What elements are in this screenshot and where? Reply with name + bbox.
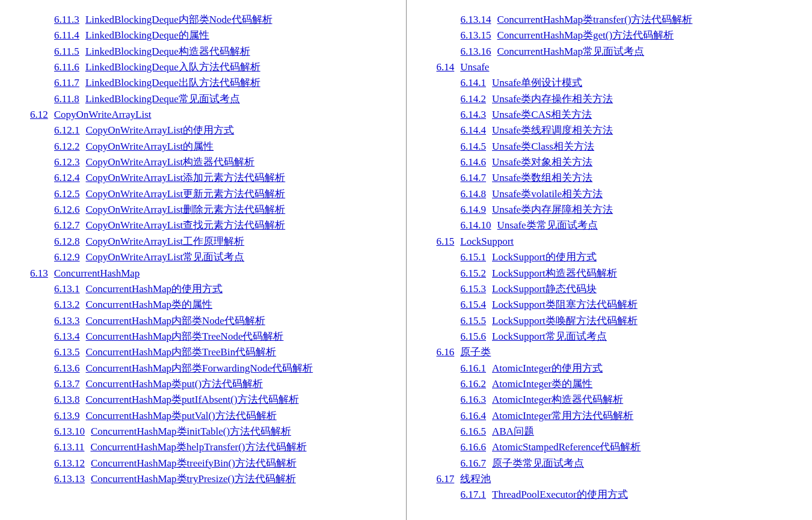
toc-link[interactable]: 6.16.6 AtomicStampedReference代码解析 (461, 441, 641, 453)
toc-link[interactable]: 6.16 原子类 (437, 346, 491, 358)
toc-gap (486, 487, 492, 503)
toc-entry: 6.14.2 Unsafe类内存操作相关方法 (437, 91, 783, 107)
toc-link[interactable]: 6.13.12 ConcurrentHashMap类treeifyBin()方法… (54, 457, 297, 469)
toc-link[interactable]: 6.15.2 LockSupport构造器代码解析 (461, 268, 617, 279)
toc-link[interactable]: 6.13.8 ConcurrentHashMap类putIfAbsent()方法… (54, 394, 299, 405)
toc-link[interactable]: 6.12.4 CopyOnWriteArrayList添加元素方法代码解析 (54, 172, 285, 183)
toc-link[interactable]: 6.12.6 CopyOnWriteArrayList删除元素方法代码解析 (54, 204, 285, 215)
toc-link[interactable]: 6.15 LockSupport (437, 236, 514, 247)
toc-link[interactable]: 6.12.1 CopyOnWriteArrayList的使用方式 (54, 124, 234, 136)
toc-number: 6.16.4 (461, 410, 487, 421)
toc-entry: 6.12.1 CopyOnWriteArrayList的使用方式 (30, 123, 376, 138)
toc-link[interactable]: 6.14.5 Unsafe类Class相关方法 (461, 141, 594, 152)
toc-link[interactable]: 6.16.1 AtomicInteger的使用方式 (461, 362, 603, 374)
toc-link[interactable]: 6.12.5 CopyOnWriteArrayList更新元素方法代码解析 (54, 188, 285, 200)
toc-link[interactable]: 6.13.7 ConcurrentHashMap类put()方法代码解析 (54, 378, 263, 390)
toc-link[interactable]: 6.13.13 ConcurrentHashMap类tryPresize()方法… (54, 473, 296, 485)
toc-number: 6.13.10 (54, 426, 85, 437)
toc-link[interactable]: 6.17.1 ThreadPoolExecutor的使用方式 (461, 489, 628, 500)
toc-entry: 6.14.10 Unsafe类常见面试考点 (437, 218, 783, 233)
toc-gap (80, 202, 86, 218)
toc-link[interactable]: 6.15.3 LockSupport静态代码块 (461, 283, 597, 295)
toc-entry: 6.16.5 ABA问题 (437, 424, 783, 439)
toc-link[interactable]: 6.11.4 LinkedBlockingDeque的属性 (54, 29, 209, 41)
toc-link[interactable]: 6.16.5 ABA问题 (461, 426, 534, 437)
toc-link[interactable]: 6.14.1 Unsafe单例设计模式 (461, 77, 583, 88)
toc-link[interactable]: 6.16.7 原子类常见面试考点 (461, 457, 585, 469)
toc-link[interactable]: 6.14.8 Unsafe类volatile相关方法 (461, 188, 603, 200)
toc-text: Unsafe类volatile相关方法 (492, 188, 603, 200)
toc-gap (80, 376, 86, 392)
toc-link[interactable]: 6.13.1 ConcurrentHashMap的使用方式 (54, 283, 223, 295)
toc-entry: 6.16 原子类 (437, 344, 783, 360)
toc-gap (486, 170, 492, 186)
toc-link[interactable]: 6.14.3 Unsafe类CAS相关方法 (461, 109, 592, 120)
toc-gap (486, 408, 492, 424)
toc-gap (80, 186, 86, 202)
toc-link[interactable]: 6.13.9 ConcurrentHashMap类putVal()方法代码解析 (54, 410, 277, 421)
toc-gap (486, 297, 492, 313)
toc-text: Unsafe类内存屏障相关方法 (492, 204, 613, 215)
toc-number: 6.13.12 (54, 457, 85, 469)
toc-number: 6.13.1 (54, 283, 80, 295)
toc-link[interactable]: 6.15.5 LockSupport类唤醒方法代码解析 (461, 315, 638, 326)
toc-gap (486, 329, 492, 344)
toc-link[interactable]: 6.16.3 AtomicInteger构造器代码解析 (461, 394, 624, 405)
toc-link[interactable]: 6.11.6 LinkedBlockingDeque入队方法代码解析 (54, 61, 260, 73)
toc-gap (486, 439, 492, 455)
toc-link[interactable]: 6.11.8 LinkedBlockingDeque常见面试考点 (54, 93, 240, 105)
toc-link[interactable]: 6.13.10 ConcurrentHashMap类initTable()方法代… (54, 426, 291, 437)
toc-link[interactable]: 6.14.7 Unsafe类数组相关方法 (461, 172, 593, 183)
toc-text: LinkedBlockingDeque入队方法代码解析 (85, 61, 260, 73)
toc-number: 6.16.2 (461, 378, 487, 390)
toc-link[interactable]: 6.14.4 Unsafe类线程调度相关方法 (461, 124, 614, 136)
toc-number: 6.11.4 (54, 29, 79, 41)
toc-entry: 6.13.5 ConcurrentHashMap内部类TreeBin代码解析 (30, 344, 376, 360)
toc-link[interactable]: 6.11.5 LinkedBlockingDeque构造器代码解析 (54, 46, 250, 57)
toc-number: 6.12.3 (54, 156, 80, 168)
toc-entry: 6.12.6 CopyOnWriteArrayList删除元素方法代码解析 (30, 202, 376, 218)
toc-gap (79, 28, 85, 43)
toc-entry: 6.15.5 LockSupport类唤醒方法代码解析 (437, 313, 783, 329)
toc-text: AtomicInteger的使用方式 (492, 362, 603, 374)
toc-text: ABA问题 (492, 426, 534, 437)
toc-link[interactable]: 6.13.5 ConcurrentHashMap内部类TreeBin代码解析 (54, 346, 276, 358)
toc-link[interactable]: 6.16.4 AtomicInteger常用方法代码解析 (461, 410, 634, 421)
toc-link[interactable]: 6.13.11 ConcurrentHashMap类helpTransfer()… (54, 441, 307, 453)
toc-gap (80, 154, 86, 170)
toc-number: 6.13.15 (461, 29, 491, 41)
toc-link[interactable]: 6.11.7 LinkedBlockingDeque出队方法代码解析 (54, 77, 260, 88)
toc-link[interactable]: 6.15.4 LockSupport类阻塞方法代码解析 (461, 299, 638, 310)
toc-link[interactable]: 6.14.9 Unsafe类内存屏障相关方法 (461, 204, 614, 215)
toc-link[interactable]: 6.13.4 ConcurrentHashMap内部类TreeNode代码解析 (54, 331, 283, 342)
toc-number: 6.14.8 (461, 188, 487, 200)
toc-link[interactable]: 6.14.6 Unsafe类对象相关方法 (461, 156, 593, 168)
toc-link[interactable]: 6.12 CopyOnWriteArrayList (30, 109, 151, 120)
toc-link[interactable]: 6.16.2 AtomicInteger类的属性 (461, 378, 593, 390)
toc-link[interactable]: 6.13.15 ConcurrentHashMap类get()方法代码解析 (461, 29, 674, 41)
toc-link[interactable]: 6.13.16 ConcurrentHashMap常见面试考点 (461, 46, 645, 57)
toc-link[interactable]: 6.13.14 ConcurrentHashMap类transfer()方法代码… (461, 14, 693, 25)
toc-link[interactable]: 6.13.6 ConcurrentHashMap内部类ForwardingNod… (54, 362, 313, 374)
toc-entry: 6.16.2 AtomicInteger类的属性 (437, 376, 783, 392)
toc-link[interactable]: 6.13 ConcurrentHashMap (30, 268, 140, 279)
toc-gap (486, 154, 492, 170)
toc-link[interactable]: 6.12.3 CopyOnWriteArrayList构造器代码解析 (54, 156, 254, 168)
toc-number: 6.15.3 (461, 283, 487, 295)
toc-link[interactable]: 6.11.3 LinkedBlockingDeque内部类Node代码解析 (54, 14, 272, 25)
toc-link[interactable]: 6.14 Unsafe (437, 61, 490, 73)
toc-link[interactable]: 6.12.7 CopyOnWriteArrayList查找元素方法代码解析 (54, 219, 285, 231)
toc-text: Unsafe类数组相关方法 (492, 172, 592, 183)
toc-link[interactable]: 6.13.3 ConcurrentHashMap内部类Node代码解析 (54, 315, 265, 326)
toc-link[interactable]: 6.12.8 CopyOnWriteArrayList工作原理解析 (54, 236, 244, 247)
toc-link[interactable]: 6.14.10 Unsafe类常见面试考点 (461, 219, 598, 231)
toc-link[interactable]: 6.12.9 CopyOnWriteArrayList常见面试考点 (54, 251, 244, 263)
toc-link[interactable]: 6.15.6 LockSupport常见面试考点 (461, 331, 607, 342)
toc-link[interactable]: 6.15.1 LockSupport的使用方式 (461, 251, 597, 263)
toc-link[interactable]: 6.13.2 ConcurrentHashMap类的属性 (54, 299, 212, 310)
toc-link[interactable]: 6.12.2 CopyOnWriteArrayList的属性 (54, 141, 214, 152)
toc-entry: 6.15.1 LockSupport的使用方式 (437, 249, 783, 265)
toc-link[interactable]: 6.14.2 Unsafe类内存操作相关方法 (461, 93, 614, 105)
toc-number: 6.13 (30, 268, 48, 279)
toc-link[interactable]: 6.17 线程池 (437, 473, 491, 485)
